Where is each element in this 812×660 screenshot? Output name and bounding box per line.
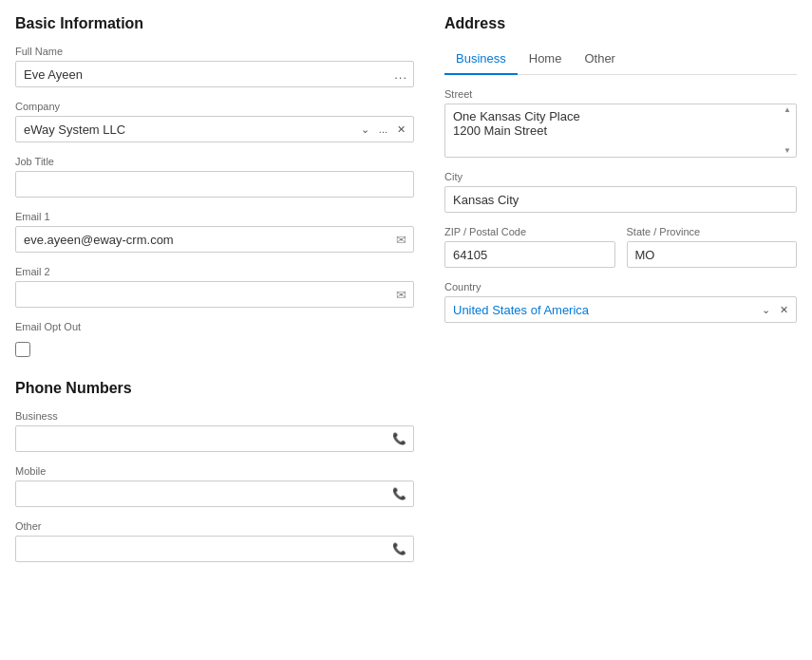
country-input[interactable] (445, 298, 758, 322)
city-label: City (444, 171, 797, 182)
company-input-wrap: ⌄ ... ✕ (15, 116, 414, 142)
full-name-label: Full Name (15, 46, 414, 57)
full-name-input[interactable] (16, 63, 388, 86)
state-label: State / Province (627, 226, 798, 237)
country-close-button[interactable]: ✕ (776, 302, 792, 318)
email2-label: Email 2 (15, 266, 414, 277)
business-phone-label: Business (15, 410, 414, 422)
email2-input-wrap: ✉ (15, 281, 414, 308)
tab-home[interactable]: Home (518, 46, 574, 75)
country-chevron-button[interactable]: ⌄ (758, 302, 774, 318)
company-dots-button[interactable]: ... (375, 122, 391, 137)
full-name-dots-button[interactable]: ... (388, 67, 413, 82)
job-title-field: Job Title (15, 156, 414, 198)
email1-label: Email 1 (15, 211, 414, 222)
scroll-down-icon[interactable]: ▼ (784, 147, 791, 155)
country-field: Country ⌄ ✕ (444, 281, 797, 323)
email-opt-out-group: Email Opt Out (15, 321, 414, 357)
mobile-phone-input-wrap: 📞 (15, 481, 414, 507)
state-field: State / Province (627, 226, 798, 268)
mobile-phone-field: Mobile 📞 (15, 465, 414, 507)
zip-input[interactable] (444, 241, 615, 268)
right-panel: Address Business Home Other Street One K… (444, 15, 797, 336)
other-phone-input-wrap: 📞 (15, 536, 414, 562)
city-input[interactable] (444, 186, 797, 213)
street-scrollbar: ▲ ▼ (781, 106, 794, 155)
phone-section-title: Phone Numbers (15, 380, 414, 397)
tab-business[interactable]: Business (444, 46, 518, 75)
business-phone-input[interactable] (15, 425, 414, 452)
other-phone-label: Other (15, 520, 414, 532)
company-chevron-button[interactable]: ⌄ (357, 122, 373, 138)
business-phone-input-wrap: 📞 (15, 425, 414, 452)
address-tabs: Business Home Other (444, 46, 797, 75)
tab-other[interactable]: Other (573, 46, 627, 75)
full-name-field: Full Name ... (15, 46, 414, 87)
job-title-input[interactable] (15, 171, 414, 198)
mobile-phone-input[interactable] (15, 481, 414, 507)
email1-input[interactable] (15, 226, 414, 253)
mobile-phone-label: Mobile (15, 465, 414, 477)
email-opt-out-checkbox[interactable] (15, 342, 30, 357)
street-label: Street (444, 88, 797, 100)
email1-input-wrap: ✉ (15, 226, 414, 253)
full-name-input-wrap: ... (15, 61, 414, 87)
scroll-up-icon[interactable]: ▲ (784, 106, 791, 114)
company-input[interactable] (16, 118, 357, 141)
city-field: City (444, 171, 797, 213)
zip-field: ZIP / Postal Code (444, 226, 615, 268)
country-input-wrap: ⌄ ✕ (444, 296, 797, 323)
email2-field: Email 2 ✉ (15, 266, 414, 308)
company-actions: ⌄ ... ✕ (357, 122, 413, 138)
other-phone-field: Other 📞 (15, 520, 414, 562)
address-title: Address (444, 15, 797, 32)
street-field: Street One Kansas City Place 1200 Main S… (444, 88, 797, 158)
email-opt-out-label: Email Opt Out (15, 321, 414, 332)
basic-info-title: Basic Information (15, 15, 414, 32)
company-field: Company ⌄ ... ✕ (15, 101, 414, 142)
country-actions: ⌄ ✕ (758, 302, 796, 318)
company-label: Company (15, 101, 414, 112)
email-opt-out-checkbox-wrap (15, 342, 414, 357)
street-textarea[interactable]: One Kansas City Place 1200 Main Street (445, 104, 796, 154)
other-phone-input[interactable] (15, 536, 414, 562)
zip-label: ZIP / Postal Code (444, 226, 615, 237)
country-label: Country (444, 281, 797, 292)
business-phone-field: Business 📞 (15, 410, 414, 452)
company-close-button[interactable]: ✕ (393, 122, 409, 138)
main-layout: Basic Information Full Name ... Company … (15, 15, 797, 575)
state-input[interactable] (627, 241, 798, 268)
email1-field: Email 1 ✉ (15, 211, 414, 253)
email2-input[interactable] (15, 281, 414, 308)
left-panel: Basic Information Full Name ... Company … (15, 15, 414, 575)
street-textarea-wrap: One Kansas City Place 1200 Main Street ▲… (444, 104, 797, 158)
zip-state-row: ZIP / Postal Code State / Province (444, 226, 797, 281)
job-title-label: Job Title (15, 156, 414, 167)
